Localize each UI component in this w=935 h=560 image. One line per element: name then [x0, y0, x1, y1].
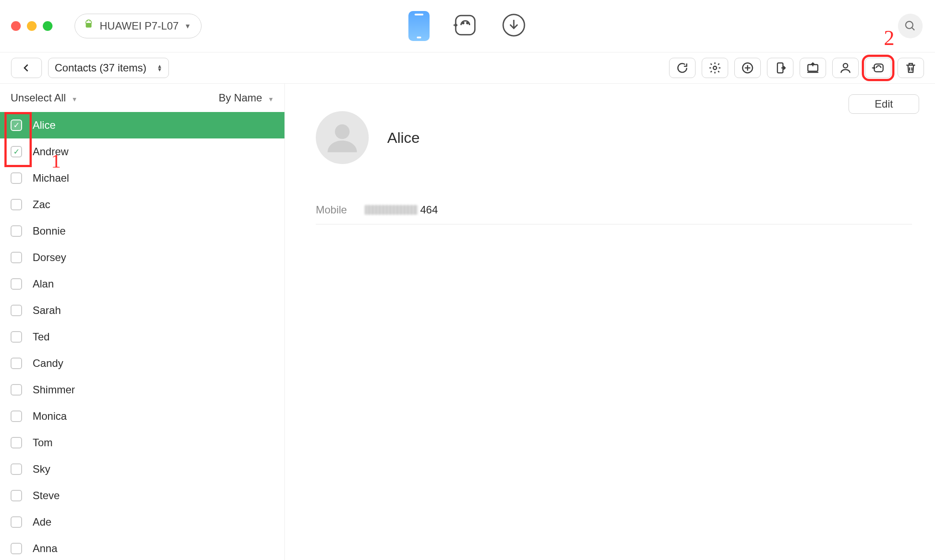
mobile-label: Mobile	[316, 204, 347, 216]
contact-name-label: Andrew	[33, 146, 68, 158]
svg-rect-1	[456, 15, 475, 35]
contact-name-label: Tom	[33, 437, 52, 449]
contact-row[interactable]: Alan	[0, 271, 284, 297]
contact-row[interactable]: Alice	[0, 112, 284, 138]
dropdown-arrow-icon: ▼	[71, 96, 78, 103]
contact-row[interactable]: Sarah	[0, 297, 284, 324]
device-tab-icon[interactable]	[408, 11, 430, 41]
divider	[316, 224, 912, 224]
maximize-window[interactable]	[43, 21, 52, 31]
svg-point-10	[843, 63, 848, 68]
delete-button[interactable]	[898, 58, 924, 78]
contact-checkbox[interactable]	[11, 119, 22, 131]
contact-name-label: Zac	[33, 198, 50, 211]
search-button[interactable]	[898, 14, 923, 38]
contact-name-label: Michael	[33, 172, 69, 184]
window-controls	[11, 21, 52, 31]
contact-name-label: Alice	[33, 119, 56, 131]
android-icon	[83, 19, 94, 33]
contact-name-label: Shimmer	[33, 384, 75, 396]
category-dropdown[interactable]: Contacts (37 items) ▲▼	[48, 58, 169, 78]
contact-name-label: Dorsey	[33, 251, 66, 264]
contact-row[interactable]: Tom	[0, 429, 284, 456]
contact-checkbox[interactable]	[11, 516, 22, 528]
contact-name-label: Anna	[33, 542, 57, 555]
contact-checkbox[interactable]	[11, 278, 22, 290]
back-button[interactable]	[11, 58, 42, 78]
contact-checkbox[interactable]	[11, 305, 22, 316]
contact-checkbox[interactable]	[11, 490, 22, 501]
titlebar: HUAWEI P7-L07 ▾ 2	[0, 0, 935, 52]
category-label: Contacts (37 items)	[55, 62, 146, 74]
device-selector[interactable]: HUAWEI P7-L07 ▾	[75, 14, 202, 38]
contact-checkbox[interactable]	[11, 384, 22, 396]
svg-point-12	[335, 124, 349, 139]
svg-point-6	[713, 66, 717, 70]
add-button[interactable]	[734, 58, 761, 78]
svg-point-2	[463, 22, 464, 24]
redacted-segment	[365, 205, 418, 215]
unselect-all-button[interactable]: Unselect All ▼	[11, 92, 78, 104]
contact-checkbox[interactable]	[11, 358, 22, 369]
refresh-button[interactable]	[669, 58, 696, 78]
contact-name-label: Steve	[33, 489, 60, 502]
content-toolbar: Contacts (37 items) ▲▼	[0, 52, 935, 84]
contact-row[interactable]: Bonnie	[0, 218, 284, 244]
contact-row[interactable]: Ted	[0, 324, 284, 350]
contact-list-pane: Unselect All ▼ By Name ▼ 1 AliceAndrewMi…	[0, 84, 285, 560]
to-device-button[interactable]	[767, 58, 793, 78]
contact-name-label: Ade	[33, 516, 52, 528]
contact-list[interactable]: AliceAndrewMichaelZacBonnieDorseyAlanSar…	[0, 112, 284, 560]
svg-point-3	[467, 22, 468, 24]
contact-row[interactable]: Andrew	[0, 138, 284, 165]
main-content: Unselect All ▼ By Name ▼ 1 AliceAndrewMi…	[0, 84, 935, 560]
mobile-value: 464	[365, 204, 438, 216]
contact-checkbox[interactable]	[11, 411, 22, 422]
contact-name-label: Monica	[33, 410, 67, 422]
contact-checkbox[interactable]	[11, 331, 22, 343]
transfer-to-android-tab[interactable]	[453, 12, 478, 40]
settings-button[interactable]	[702, 58, 728, 78]
contact-checkbox[interactable]	[11, 463, 22, 475]
contact-checkbox[interactable]	[11, 199, 22, 210]
mobile-field: Mobile 464	[316, 204, 912, 216]
contact-name-label: Sarah	[33, 304, 61, 317]
minimize-window[interactable]	[27, 21, 37, 31]
transfer-to-android-button[interactable]	[865, 58, 891, 78]
contact-name-label: Ted	[33, 331, 50, 343]
contact-name: Alice	[387, 129, 420, 146]
sort-dropdown[interactable]: By Name ▼	[219, 92, 274, 104]
contact-checkbox[interactable]	[11, 543, 22, 554]
contact-name-label: Sky	[33, 463, 50, 475]
contact-checkbox[interactable]	[11, 146, 22, 157]
contact-checkbox[interactable]	[11, 172, 22, 184]
to-computer-button[interactable]	[800, 58, 826, 78]
sort-arrows-icon: ▲▼	[157, 64, 162, 71]
svg-rect-0	[86, 23, 92, 28]
contact-profile-button[interactable]	[832, 58, 859, 78]
close-window[interactable]	[11, 21, 21, 31]
contact-row[interactable]: Sky	[0, 456, 284, 482]
contact-row[interactable]: Dorsey	[0, 244, 284, 271]
dropdown-arrow-icon: ▼	[268, 96, 274, 103]
contact-row[interactable]: Candy	[0, 350, 284, 377]
contact-row[interactable]: Zac	[0, 191, 284, 218]
device-label: HUAWEI P7-L07	[100, 20, 179, 32]
contact-name-label: Bonnie	[33, 225, 66, 237]
contact-name-label: Alan	[33, 278, 54, 290]
avatar	[316, 111, 369, 164]
contact-detail-pane: Edit Alice Mobile 464	[285, 84, 935, 560]
contact-row[interactable]: Steve	[0, 482, 284, 509]
contact-checkbox[interactable]	[11, 437, 22, 448]
edit-button[interactable]: Edit	[849, 94, 919, 114]
contact-row[interactable]: Ade	[0, 509, 284, 535]
contact-checkbox[interactable]	[11, 225, 22, 237]
contact-row[interactable]: Monica	[0, 403, 284, 429]
contact-row[interactable]: Shimmer	[0, 377, 284, 403]
download-tab[interactable]	[501, 12, 527, 40]
annotation-step-2: 2	[884, 26, 894, 50]
contact-row[interactable]: Michael	[0, 165, 284, 191]
contact-checkbox[interactable]	[11, 252, 22, 263]
contact-row[interactable]: Anna	[0, 535, 284, 560]
contact-name-label: Candy	[33, 357, 63, 370]
